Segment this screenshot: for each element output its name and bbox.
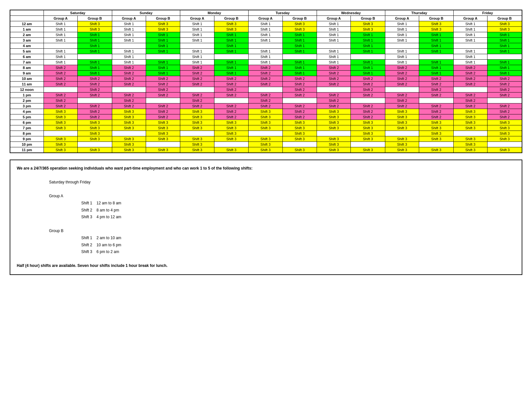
time-cell: 12 noon (10, 87, 44, 93)
schedule-cell: Shift 1 (453, 49, 487, 54)
time-cell: 7 am (10, 60, 44, 65)
schedule-cell (419, 142, 453, 147)
schedule-cell: Shift 2 (214, 76, 248, 82)
schedule-cell: Shift 2 (249, 65, 282, 71)
schedule-cell: Shift 2 (112, 76, 146, 82)
schedule-cell: Shift 1 (180, 21, 214, 27)
schedule-cell: Shift 3 (214, 21, 248, 27)
schedule-cell: Shift 1 (78, 60, 112, 65)
schedule-cell (214, 54, 248, 60)
schedule-cell (180, 131, 214, 136)
schedule-cell: Shift 2 (488, 76, 522, 82)
schedule-cell (317, 43, 350, 49)
schedule-cell: Shift 3 (317, 109, 350, 114)
schedule-cell: Shift 2 (249, 82, 282, 87)
tuesday-header: Tuesday (249, 10, 317, 16)
schedule-cell: Shift 1 (385, 54, 419, 60)
schedule-cell: Shift 2 (385, 98, 419, 103)
schedule-cell: Shift 3 (282, 125, 317, 131)
schedule-cell: Shift 1 (146, 38, 180, 43)
schedule-cell: Shift 1 (249, 27, 282, 32)
schedule-cell: Shift 1 (488, 71, 522, 76)
tue-gb: Group B (282, 16, 317, 21)
schedule-cell: Shift 1 (385, 27, 419, 32)
schedule-cell: Shift 3 (317, 120, 350, 125)
wed-gb: Group B (351, 16, 385, 21)
friday-header: Friday (453, 10, 522, 16)
schedule-cell: Shift 3 (282, 120, 317, 125)
sun-ga: Group A (112, 16, 146, 21)
schedule-cell (44, 87, 77, 93)
mon-gb: Group B (214, 16, 248, 21)
schedule-cell (78, 142, 112, 147)
schedule-cell (351, 142, 385, 147)
schedule-cell: Shift 2 (419, 82, 453, 87)
time-cell: 1 am (10, 27, 44, 32)
time-cell: 6 pm (10, 120, 44, 125)
schedule-cell: Shift 3 (351, 27, 385, 32)
schedule-cell: Shift 3 (180, 142, 214, 147)
schedule-cell: Shift 3 (419, 120, 453, 125)
sat-gb: Group B (78, 16, 112, 21)
schedule-cell: Shift 3 (317, 125, 350, 131)
schedule-cell: Shift 1 (317, 21, 350, 27)
schedule-cell: Shift 2 (214, 114, 248, 120)
fri-ga: Group A (453, 16, 487, 21)
schedule-cell: Shift 2 (112, 98, 146, 103)
schedule-cell: Shift 1 (146, 32, 180, 38)
schedule-cell: Shift 2 (44, 103, 77, 109)
schedule-cell (317, 131, 350, 136)
schedule-cell: Shift 1 (488, 49, 522, 54)
sat-ga: Group A (44, 16, 77, 21)
schedule-cell: Shift 2 (385, 76, 419, 82)
time-cell: 1 pm (10, 93, 44, 98)
time-cell: 11 pm (10, 147, 44, 153)
schedule-cell: Shift 1 (282, 43, 317, 49)
schedule-cell (112, 43, 146, 49)
schedule-cell: Shift 1 (112, 60, 146, 65)
schedule-cell: Shift 3 (282, 136, 317, 142)
schedule-cell: Shift 3 (78, 136, 112, 142)
schedule-cell (488, 54, 522, 60)
schedule-cell: Shift 2 (419, 93, 453, 98)
schedule-cell: Shift 2 (317, 103, 350, 109)
shift-row: Shift 2 8 am to 4 pm (81, 207, 515, 214)
schedule-cell: Shift 2 (453, 65, 487, 71)
schedule-cell: Shift 1 (146, 60, 180, 65)
schedule-cell: Shift 1 (488, 65, 522, 71)
schedule-cell: Shift 2 (214, 82, 248, 87)
time-cell: 2 pm (10, 98, 44, 103)
time-subheader (10, 16, 44, 21)
schedule-cell: Shift 2 (146, 93, 180, 98)
schedule-cell: Shift 3 (453, 114, 487, 120)
schedule-cell: Shift 1 (453, 21, 487, 27)
schedule-cell: Shift 1 (453, 38, 487, 43)
schedule-cell: Shift 2 (282, 103, 317, 109)
schedule-cell: Shift 1 (180, 32, 214, 38)
time-cell: 3 am (10, 38, 44, 43)
time-cell: 9 am (10, 71, 44, 76)
schedule-cell: Shift 1 (317, 49, 350, 54)
schedule-cell: Shift 2 (317, 93, 350, 98)
shift-row: Shift 1 2 am to 10 am (81, 235, 515, 242)
schedule-cell: Shift 3 (488, 136, 522, 142)
schedule-cell (385, 43, 419, 49)
schedule-cell: Shift 1 (282, 38, 317, 43)
schedule-cell (146, 142, 180, 147)
schedule-cell (78, 98, 112, 103)
schedule-cell: Shift 1 (112, 27, 146, 32)
time-cell: 4 pm (10, 109, 44, 114)
schedule-cell: Shift 3 (249, 147, 282, 153)
info-line1: We are a 24/7/365 operation seeking indi… (17, 165, 515, 172)
schedule-cell: Shift 3 (317, 136, 350, 142)
schedule-cell: Shift 1 (249, 21, 282, 27)
schedule-cell: Shift 1 (282, 60, 317, 65)
time-cell: 10 pm (10, 142, 44, 147)
schedule-cell: Shift 1 (146, 43, 180, 49)
time-cell: 7 pm (10, 125, 44, 131)
schedule-cell: Shift 2 (282, 76, 317, 82)
schedule-cell (453, 131, 487, 136)
schedule-cell: Shift 2 (44, 82, 77, 87)
schedule-cell: Shift 3 (488, 21, 522, 27)
schedule-cell: Shift 2 (385, 103, 419, 109)
